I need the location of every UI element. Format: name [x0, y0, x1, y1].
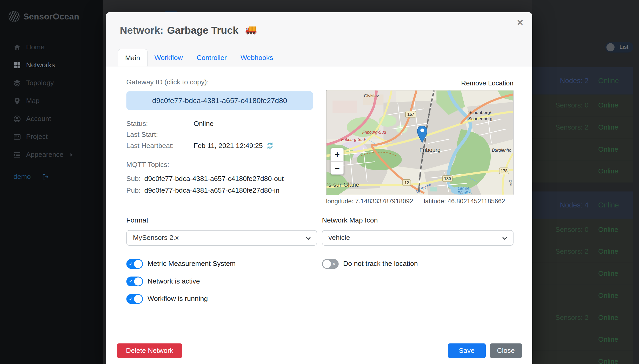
node-row[interactable]: Online [532, 351, 633, 364]
brand-name: SensorOcean [23, 12, 79, 22]
network-modal: Network: Garbage Truck × Main Workflow C… [106, 12, 532, 364]
shield-178: 178 [499, 168, 509, 174]
node-row[interactable]: Sensors: 2Online [532, 307, 633, 329]
status-badge: Online [598, 167, 621, 176]
sidebar-item-appearance[interactable]: Appearence [0, 146, 103, 164]
zoom-out-button[interactable]: − [331, 161, 344, 174]
nodes-count: Nodes: 4 [552, 201, 588, 209]
tab-webhooks[interactable]: Webhooks [234, 49, 280, 66]
format-select[interactable]: MySensors 2.x [126, 230, 317, 246]
network-map-icon-select[interactable]: vehicle [322, 230, 513, 246]
gateway-id-label: Gateway ID (click to copy): [126, 78, 317, 86]
do-not-track-toggle[interactable]: ✕ [322, 259, 338, 269]
modal-title: Network: Garbage Truck [120, 24, 518, 36]
delete-network-button[interactable]: Delete Network [117, 343, 182, 358]
toggles-section: ✓ Metric Measurement System ✓ Network is… [126, 259, 317, 312]
tab-main[interactable]: Main [118, 49, 147, 66]
user-row: demo [14, 173, 103, 181]
active-toggle-row: ✓ Network is active [126, 277, 317, 286]
network-card-header[interactable]: Nodes: 4 Online [532, 191, 633, 219]
tab-workflow[interactable]: Workflow [148, 49, 190, 66]
home-icon [14, 44, 21, 51]
sidebar-item-label: Home [26, 43, 44, 51]
node-row[interactable]: Sensors: 2Online [532, 241, 633, 263]
list-view-toggle[interactable]: List [605, 42, 633, 53]
pub-label: Pub: [126, 187, 144, 195]
node-row[interactable]: Online [532, 138, 633, 160]
metric-toggle-label: Metric Measurement System [148, 260, 236, 268]
sidebar-item-account[interactable]: Account [0, 110, 103, 128]
status-badge: Online [598, 270, 621, 278]
sensorocean-logo-icon [9, 11, 19, 22]
save-button[interactable]: Save [448, 343, 486, 358]
indent-icon [14, 151, 21, 158]
title-prefix: Network: [120, 24, 163, 36]
mqtt-pub-row: Pub: d9c0fe77-bdca-4381-a657-c4180fe27d8… [126, 187, 317, 195]
node-row[interactable]: Online [532, 160, 633, 183]
close-button[interactable]: Close [490, 343, 522, 358]
workflow-toggle-label: Workflow is running [148, 295, 208, 303]
map-pin-icon [14, 97, 21, 105]
node-row[interactable]: Sensors: 0Online [532, 95, 633, 117]
svg-text:178: 178 [501, 169, 508, 173]
remove-location-link[interactable]: Remove Location [322, 79, 513, 87]
map-icon-section: Network Map Icon vehicle [322, 205, 513, 246]
track-section: ✕ Do not track the location [322, 259, 513, 312]
grid-icon [14, 62, 21, 69]
check-icon: ✓ [129, 296, 133, 302]
metric-toggle[interactable]: ✓ [126, 259, 143, 269]
status-badge: Online [598, 358, 621, 364]
pub-topic: d9c0fe77-bdca-4381-a657-c4180fe27d80-in [144, 187, 279, 195]
svg-text:180: 180 [444, 177, 451, 181]
map-zoom-control: + − [330, 148, 344, 175]
sidebar-item-label: Appearence [26, 151, 63, 159]
sidebar-item-map[interactable]: Map [0, 92, 103, 110]
check-icon: ✓ [129, 279, 133, 284]
network-card-header[interactable]: Nodes: 2 Online [532, 67, 633, 95]
svg-text:12: 12 [404, 181, 409, 185]
toggle-knob [606, 43, 614, 51]
tab-controller[interactable]: Controller [190, 49, 234, 66]
brand[interactable]: SensorOcean [0, 0, 103, 22]
user-link[interactable]: demo [14, 173, 31, 181]
refresh-icon[interactable] [267, 142, 274, 149]
list-toggle-label: List [620, 44, 628, 50]
workflow-running-toggle[interactable]: ✓ [126, 294, 143, 304]
project-icon [14, 133, 21, 140]
close-icon[interactable]: × [517, 17, 523, 28]
node-row[interactable]: Online [532, 329, 633, 351]
last-heartbeat-label: Last Heartbeat: [126, 141, 194, 150]
gateway-id-value[interactable]: d9c0fe77-bdca-4381-a657-c4180fe27d80 [126, 91, 313, 110]
modal-body: Gateway ID (click to copy): d9c0fe77-bdc… [106, 66, 532, 312]
sidebar-item-topology[interactable]: Topology [0, 74, 103, 92]
sensors-count: Sensors: 0 [552, 102, 588, 110]
metric-toggle-row: ✓ Metric Measurement System [126, 259, 317, 269]
shield-157: 157 [405, 111, 416, 117]
node-row[interactable]: Sensors: 2Online [532, 117, 633, 139]
status-value: Online [194, 119, 214, 127]
sidebar-item-project[interactable]: Project [0, 128, 103, 146]
chevron-down-icon [306, 237, 311, 240]
coordinates-row: longitude: 7.148333787918092 latitude: 4… [326, 198, 514, 205]
layers-icon [14, 79, 21, 87]
svg-text:Fribourg-Sud: Fribourg-Sud [362, 130, 387, 134]
toggle-knob [323, 260, 331, 268]
svg-text:Fribourg-Sud: Fribourg-Sud [341, 137, 365, 142]
format-section: Format MySensors 2.x [126, 205, 317, 246]
garbage-truck-emoji [245, 26, 257, 35]
status-row: Status: Online [126, 118, 317, 129]
node-row[interactable]: Sensors: 0Online [532, 219, 633, 241]
sign-out-icon[interactable] [42, 173, 49, 180]
svg-text:Schoenberg: Schoenberg [468, 116, 492, 121]
node-row[interactable]: Online [532, 263, 633, 285]
sidebar-item-label: Topology [26, 79, 54, 87]
sidebar-item-home[interactable]: Home [0, 38, 103, 56]
sidebar-item-networks[interactable]: Networks [0, 56, 103, 74]
svg-text:157: 157 [407, 112, 414, 117]
network-active-toggle[interactable]: ✓ [126, 277, 143, 286]
track-toggle-label: Do not track the location [343, 260, 418, 268]
node-row[interactable]: Online [532, 285, 633, 307]
zoom-in-button[interactable]: + [331, 148, 344, 161]
location-map[interactable]: 157 12 180 178 Givisiez Schönberg/ Schoe… [326, 90, 514, 195]
modal-header: Network: Garbage Truck × Main Workflow C… [106, 12, 532, 66]
